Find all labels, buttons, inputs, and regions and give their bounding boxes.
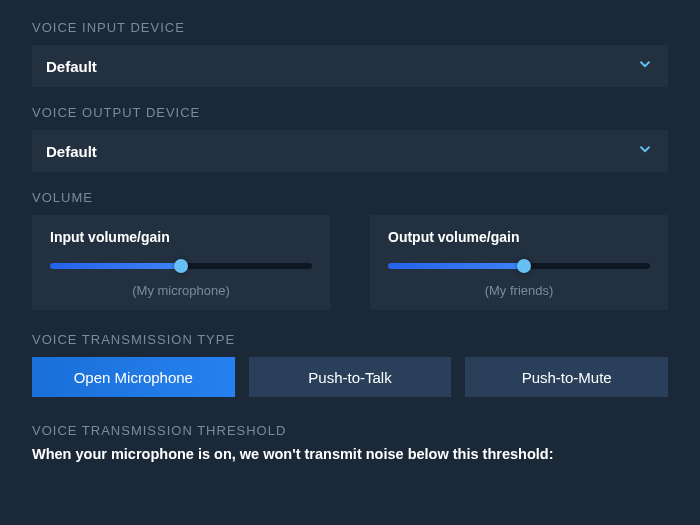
voice-input-device-value: Default <box>46 58 97 75</box>
voice-settings-panel: VOICE INPUT DEVICE Default VOICE OUTPUT … <box>0 0 700 462</box>
input-volume-slider[interactable] <box>50 257 312 275</box>
voice-output-device-value: Default <box>46 143 97 160</box>
voice-input-device-label: VOICE INPUT DEVICE <box>32 20 668 35</box>
voice-output-device-select[interactable]: Default <box>32 130 668 172</box>
open-microphone-button[interactable]: Open Microphone <box>32 357 235 397</box>
slider-fill <box>50 263 181 269</box>
chevron-down-icon <box>636 55 654 77</box>
push-to-mute-button[interactable]: Push-to-Mute <box>465 357 668 397</box>
transmission-threshold-description: When your microphone is on, we won't tra… <box>32 446 668 462</box>
transmission-type-row: Open Microphone Push-to-Talk Push-to-Mut… <box>32 357 668 397</box>
chevron-down-icon <box>636 140 654 162</box>
volume-section-label: VOLUME <box>32 190 668 205</box>
voice-output-device-label: VOICE OUTPUT DEVICE <box>32 105 668 120</box>
voice-input-device-select[interactable]: Default <box>32 45 668 87</box>
input-volume-title: Input volume/gain <box>50 229 312 245</box>
output-volume-slider[interactable] <box>388 257 650 275</box>
push-to-talk-button[interactable]: Push-to-Talk <box>249 357 452 397</box>
slider-fill <box>388 263 524 269</box>
slider-thumb[interactable] <box>517 259 531 273</box>
transmission-threshold-label: VOICE TRANSMISSION THRESHOLD <box>32 423 668 438</box>
input-volume-card: Input volume/gain (My microphone) <box>32 215 330 310</box>
transmission-type-label: VOICE TRANSMISSION TYPE <box>32 332 668 347</box>
output-volume-title: Output volume/gain <box>388 229 650 245</box>
slider-thumb[interactable] <box>174 259 188 273</box>
output-volume-card: Output volume/gain (My friends) <box>370 215 668 310</box>
volume-row: Input volume/gain (My microphone) Output… <box>32 215 668 310</box>
input-volume-caption: (My microphone) <box>50 283 312 298</box>
output-volume-caption: (My friends) <box>388 283 650 298</box>
